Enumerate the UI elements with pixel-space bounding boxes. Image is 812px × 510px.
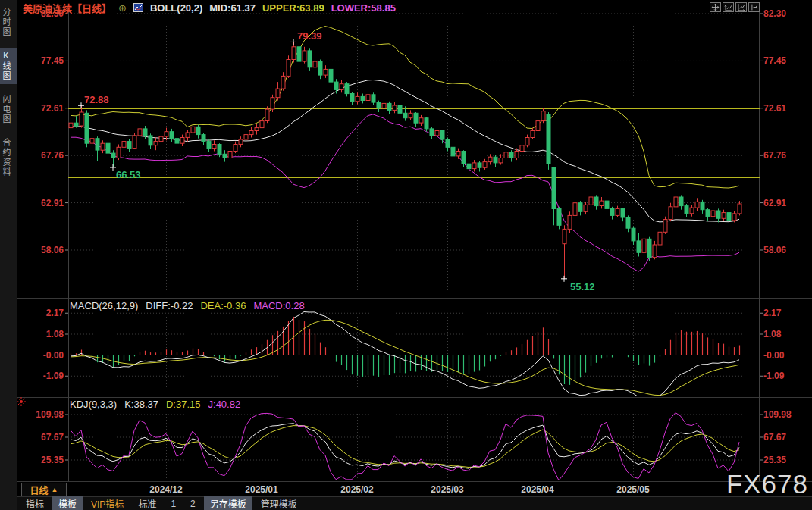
chart-canvas [0, 0, 812, 510]
boll-label: BOLL(20,2) [150, 2, 202, 14]
shift-right-icon[interactable] [748, 2, 760, 12]
axis-zoom-right-icon[interactable] [735, 2, 747, 12]
axis-zoom-up-icon[interactable] [723, 2, 734, 12]
period-label: 日线 [30, 483, 49, 496]
macd-dea-value: DEA:-0.36 [200, 300, 246, 311]
boll-mid-value: MID:61.37 [209, 2, 256, 14]
tab-VIP指标[interactable]: VIP指标 [85, 496, 130, 510]
chart-header: 美原油连续【日线】 ⊕ BOLL(20,2) MID:61.37 UPPER:6… [23, 2, 396, 14]
link-icon[interactable]: ⊕ [118, 2, 127, 14]
tab-2[interactable]: 2 [184, 498, 202, 510]
tab-1[interactable]: 1 [165, 498, 182, 510]
tab-指标[interactable]: 指标 [20, 496, 50, 510]
kdj-k-value: K:38.37 [124, 399, 158, 410]
tab-另存模板[interactable]: 另存模板 [204, 496, 252, 510]
instrument-title: 美原油连续【日线】 [23, 1, 111, 15]
chart-type-sidebar: 分时图K线图闪电图合约资料 [0, 0, 17, 510]
tab-管理模板[interactable]: 管理模板 [255, 496, 303, 510]
tab-模板[interactable]: 模板 [52, 496, 83, 510]
sidebar-item-分时图[interactable]: 分时图 [0, 5, 17, 40]
kdj-j-value: J:40.82 [208, 399, 241, 410]
kdj-panel-header: KDJ(9,3,3) K:38.37 D:37.15 J:40.82 [70, 399, 240, 410]
macd-macd-value: MACD:0.28 [253, 300, 304, 311]
watermark: FX678 [726, 469, 808, 499]
kdj-d-value: D:37.15 [166, 399, 201, 410]
boll-upper-value: UPPER:63.89 [262, 2, 324, 14]
sidebar-item-K线图[interactable]: K线图 [0, 48, 17, 84]
kdj-label: KDJ(9,3,3) [70, 399, 117, 410]
caret-up-icon: ▲ [52, 486, 58, 493]
bottom-toolbar: 指标模板VIP指标标准12另存模板管理模板 [17, 496, 812, 510]
macd-label: MACD(26,12,9) [70, 300, 138, 311]
chart-thumbnail-icon[interactable] [133, 3, 143, 12]
period-selector[interactable]: 日线 ▲ [21, 483, 67, 496]
sidebar-item-合约资料[interactable]: 合约资料 [0, 135, 17, 180]
macd-diff-value: DIFF:-0.22 [146, 300, 193, 311]
macd-panel-header: MACD(26,12,9) DIFF:-0.22 DEA:-0.36 MACD:… [70, 300, 305, 311]
burst-icon[interactable] [16, 396, 27, 410]
crosshair-move-icon[interactable] [710, 2, 721, 12]
boll-lower-value: LOWER:58.85 [331, 2, 396, 14]
sidebar-item-闪电图[interactable]: 闪电图 [0, 92, 17, 127]
tab-标准[interactable]: 标准 [132, 496, 162, 510]
chart-tool-icons [710, 2, 760, 12]
trading-chart-app: 82.3082.3077.4577.4572.6172.6167.7667.76… [0, 0, 812, 510]
